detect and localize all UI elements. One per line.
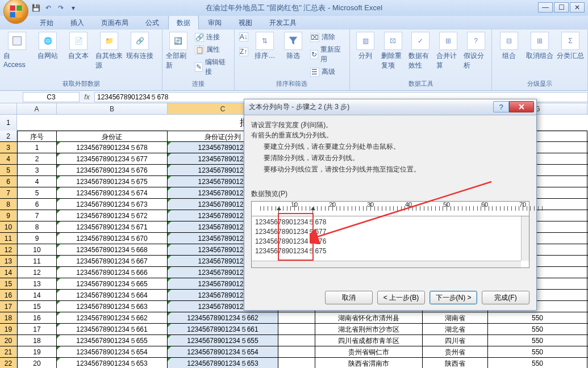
data-validation-button[interactable]: ✓数据有效性 — [408, 32, 433, 70]
tab-insert[interactable]: 插入 — [62, 16, 92, 30]
annotation-highlight — [278, 213, 314, 261]
table-row[interactable]: 22 20 12345678901234５653 12345678901234５… — [0, 358, 588, 368]
group-datatools-label: 数据工具 — [353, 78, 488, 89]
svg-rect-1 — [16, 6, 22, 11]
select-all-corner[interactable] — [0, 103, 17, 114]
cancel-button[interactable]: 取消 — [325, 291, 373, 304]
dialog-bullet-1: 要建立分列线，请在要建立分列处单击鼠标。 — [251, 141, 529, 152]
sort-button[interactable]: ⇅排序… — [253, 32, 278, 61]
properties-button[interactable]: 📋属性 — [194, 44, 230, 55]
remove-dup-button[interactable]: ⛝删除重复项 — [381, 32, 406, 70]
group-outline-label: 分级显示 — [495, 78, 584, 89]
undo-icon[interactable]: ↶ — [44, 3, 53, 12]
refresh-all-button[interactable]: 🔄全部刷新 — [166, 32, 190, 70]
close-button[interactable]: ✕ — [570, 2, 585, 12]
subtotal-button[interactable]: Σ分类汇总 — [557, 32, 584, 61]
filter-button[interactable]: 筛选 — [281, 32, 306, 61]
existing-conn-button[interactable]: 🔗现有连接 — [126, 32, 153, 61]
name-box[interactable]: C3 — [23, 92, 80, 102]
group-connections-label: 连接 — [166, 78, 230, 89]
save-icon[interactable]: 💾 — [31, 3, 40, 12]
quick-access-toolbar: 💾 ↶ ↷ ▾ — [31, 3, 78, 12]
tab-data[interactable]: 数据 — [168, 15, 199, 30]
col-A-header[interactable]: A — [17, 103, 57, 114]
svg-rect-3 — [16, 12, 22, 17]
ribbon-tabs: 开始 插入 页面布局 公式 数据 审阅 视图 开发工具 — [0, 16, 588, 30]
maximize-button[interactable]: ☐ — [554, 2, 569, 12]
reapply-button[interactable]: ↻重新应用 — [309, 44, 346, 65]
back-button[interactable]: < 上一步(B) — [377, 291, 425, 304]
clear-filter-button[interactable]: ⌧清除 — [309, 32, 346, 43]
sort-asc-button[interactable]: A↓ — [238, 32, 249, 42]
col-B-header[interactable]: B — [57, 103, 168, 114]
edit-links-button[interactable]: ✎编辑链接 — [194, 57, 230, 77]
from-access-button[interactable]: 自 Access — [3, 32, 31, 69]
whatif-button[interactable]: ?假设分析 — [464, 32, 488, 70]
group-sortfilter-label: 排序和筛选 — [238, 78, 346, 89]
preview-scrollbar-h[interactable] — [252, 261, 521, 267]
tab-review[interactable]: 审阅 — [200, 16, 230, 30]
ribbon: 自 Access 🌐自网站 📄自文本 📁自其他来源 🔗现有连接 获取外部数据 🔄… — [0, 30, 588, 91]
preview-scrollbar-v[interactable] — [521, 216, 529, 261]
table-row[interactable]: 18 16 12345678901234５662 12345678901234５… — [0, 312, 588, 324]
minimize-button[interactable]: — — [538, 2, 553, 12]
office-button[interactable] — [3, 0, 28, 24]
finish-button[interactable]: 完成(F) — [482, 291, 529, 304]
window-title: 在渝过年外地员工 "留岗红包" 汇总表 - Microsoft Excel — [206, 3, 382, 13]
dialog-titlebar[interactable]: 文本分列向导 - 步骤之 2 (共 3 步) ? — [244, 99, 536, 115]
tab-view[interactable]: 视图 — [231, 16, 260, 30]
consolidate-button[interactable]: ⊞合并计算 — [436, 32, 461, 70]
sort-desc-button[interactable]: Z↑ — [238, 47, 249, 57]
preview-label: 数据预览(P) — [251, 189, 529, 199]
dialog-bullet-3: 要移动分列线位置，请按住分列线并拖至指定位置。 — [251, 164, 529, 174]
tab-home[interactable]: 开始 — [32, 16, 61, 30]
table-row[interactable]: 19 17 12345678901234５661 12345678901234５… — [0, 324, 588, 335]
group-button[interactable]: ⊟组合 — [495, 32, 523, 61]
tab-pagelayout[interactable]: 页面布局 — [93, 16, 136, 30]
qat-more-icon[interactable]: ▾ — [69, 3, 78, 12]
from-text-button[interactable]: 📄自文本 — [65, 32, 92, 61]
svg-rect-0 — [10, 6, 15, 11]
ungroup-button[interactable]: ⊞取消组合 — [526, 32, 553, 61]
tab-developer[interactable]: 开发工具 — [261, 16, 305, 30]
advanced-filter-button[interactable]: ☰高级 — [309, 66, 346, 77]
dialog-title: 文本分列向导 - 步骤之 2 (共 3 步) — [249, 102, 349, 112]
table-row[interactable]: 21 19 12345678901234５654 12345678901234５… — [0, 346, 588, 358]
dialog-help-button[interactable]: ? — [493, 101, 509, 112]
fx-icon[interactable]: fx — [80, 93, 94, 101]
connections-button[interactable]: 🔗连接 — [194, 32, 230, 43]
titlebar: 💾 ↶ ↷ ▾ 在渝过年外地员工 "留岗红包" 汇总表 - Microsoft … — [0, 0, 588, 16]
dialog-close-button[interactable] — [509, 101, 534, 112]
next-button[interactable]: 下一步(N) > — [429, 291, 477, 304]
group-getdata-label: 获取外部数据 — [3, 78, 159, 89]
tab-formulas[interactable]: 公式 — [137, 16, 167, 30]
svg-rect-2 — [10, 12, 15, 17]
svg-rect-4 — [13, 37, 22, 45]
preview-area[interactable]: 10203040506070 12345678901234５6781234567… — [251, 201, 529, 268]
dialog-instruction-2: 有箭头的垂直线为分列线。 — [251, 130, 529, 140]
from-other-button[interactable]: 📁自其他来源 — [95, 32, 123, 70]
text-to-columns-button[interactable]: ▥分列 — [353, 32, 378, 61]
redo-icon[interactable]: ↷ — [56, 3, 65, 12]
text-to-columns-dialog: 文本分列向导 - 步骤之 2 (共 3 步) ? 请设置字段宽度 (列间隔)。 … — [244, 99, 537, 311]
from-web-button[interactable]: 🌐自网站 — [34, 32, 61, 61]
dialog-bullet-2: 要清除分列线，请双击分列线。 — [251, 153, 529, 163]
dialog-instruction-1: 请设置字段宽度 (列间隔)。 — [251, 120, 529, 130]
table-row[interactable]: 20 18 12345678901234５655 12345678901234５… — [0, 335, 588, 346]
